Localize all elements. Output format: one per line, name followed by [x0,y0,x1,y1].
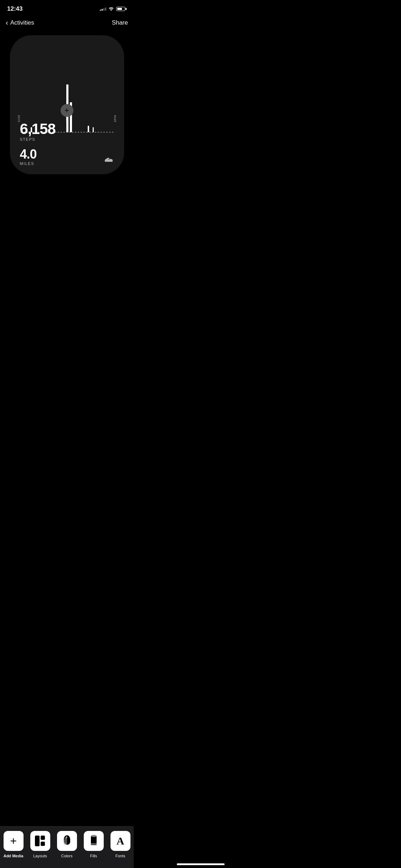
nav-bar: ‹ Activities Share [0,16,134,31]
signal-bars-icon [100,7,106,11]
stats-area: 6,158 STEPS 4.0 MILES [20,122,114,166]
back-label: Activities [10,19,34,26]
status-bar: 12:43 [0,0,134,16]
miles-stat: 4.0 MILES [20,148,114,166]
wifi-icon [108,6,114,12]
battery-icon [116,7,127,11]
back-button[interactable]: ‹ Activities [6,19,34,27]
steps-value: 6,158 [20,122,114,136]
status-time: 12:43 [7,5,22,12]
add-data-button[interactable]: + [61,104,73,117]
watch-preview: 6AM 12PM 6PM + 6,158 STEPS 4.0 MILES [10,35,124,174]
chevron-left-icon: ‹ [6,19,8,27]
miles-label: MILES [20,161,114,166]
share-button[interactable]: Share [112,19,128,26]
steps-stat: 6,158 STEPS [20,122,114,141]
watch-preview-container: 6AM 12PM 6PM + 6,158 STEPS 4.0 MILES [0,31,134,179]
plus-icon: + [65,107,69,114]
status-icons [100,6,127,12]
shoe-icon [104,156,114,166]
miles-value: 4.0 [20,148,114,161]
steps-label: STEPS [20,137,114,141]
time-label-6pm: 6PM [113,113,117,122]
